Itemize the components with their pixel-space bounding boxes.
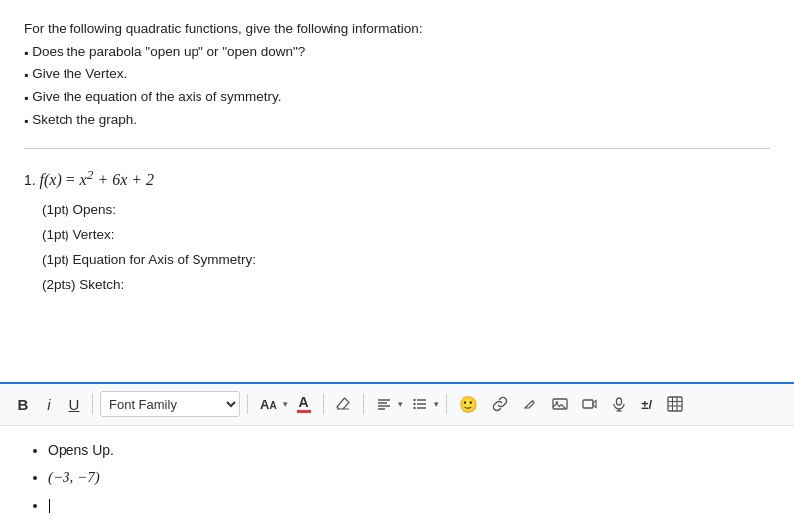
instruction-item-2: ▪ Give the Vertex.	[24, 64, 770, 86]
emoji-button[interactable]: 🙂	[454, 390, 483, 418]
svg-point-5	[413, 403, 415, 405]
toolbar-separator-3	[323, 394, 324, 414]
image-icon	[552, 396, 568, 412]
sub-question-1: (1pt) Opens:	[24, 202, 770, 217]
instructions-intro: For the following quadratic functions, g…	[24, 18, 770, 41]
table-button[interactable]	[662, 390, 688, 418]
bullet-char: ▪	[24, 88, 28, 108]
toolbar-separator-5	[446, 394, 447, 414]
list-group: ▾	[407, 390, 439, 418]
problem-1: 1. f(x) = x2 + 6x + 2	[24, 167, 770, 189]
page-container: For the following quadratic functions, g…	[0, 0, 794, 532]
video-button[interactable]	[577, 390, 602, 418]
toolbar-separator-4	[363, 394, 364, 414]
svg-rect-13	[616, 398, 621, 405]
table-icon	[667, 396, 683, 412]
editor-toolbar: B i U Font Family Arial Times New Roman …	[0, 382, 794, 426]
color-bar	[297, 410, 311, 413]
link-icon	[492, 396, 508, 412]
mic-icon	[611, 396, 627, 412]
svg-rect-16	[668, 397, 682, 411]
bullet-char: ▪	[24, 66, 28, 85]
list-button[interactable]	[407, 390, 433, 418]
eraser-button[interactable]	[331, 390, 356, 418]
instruction-item-1: ▪ Does the parabola "open up" or "open d…	[24, 41, 770, 64]
svg-rect-12	[583, 400, 593, 408]
font-size-button[interactable]: AA	[255, 390, 282, 418]
instruction-item-3: ▪ Give the equation of the axis of symme…	[24, 86, 770, 109]
underline-button[interactable]: U	[64, 390, 85, 418]
eraser-icon	[335, 396, 351, 412]
bullet-char: ▪	[24, 111, 28, 131]
sub-question-3: (1pt) Equation for Axis of Symmetry:	[24, 252, 770, 267]
align-icon	[376, 396, 392, 412]
video-icon	[582, 396, 597, 412]
font-size-group: AA ▾	[255, 390, 288, 418]
section-divider	[24, 148, 770, 149]
problem-function: f(x) = x2 + 6x + 2	[40, 171, 155, 188]
svg-point-4	[413, 399, 415, 401]
list-icon	[412, 396, 428, 412]
instructions: For the following quadratic functions, g…	[24, 18, 770, 132]
link-button[interactable]	[487, 390, 513, 418]
answer-list: Opens Up. (−3, −7)	[20, 438, 774, 518]
question-area: For the following quadratic functions, g…	[0, 0, 794, 382]
sub-question-2: (1pt) Vertex:	[24, 227, 770, 242]
highlight-button[interactable]	[517, 390, 543, 418]
italic-button[interactable]: i	[38, 390, 60, 418]
instruction-item-4: ▪ Sketch the graph.	[24, 109, 770, 132]
editor-content[interactable]: Opens Up. (−3, −7)	[0, 426, 794, 532]
align-button[interactable]	[371, 390, 397, 418]
text-cursor	[49, 499, 50, 513]
align-dropdown-arrow: ▾	[398, 399, 403, 409]
list-item-3	[48, 493, 774, 518]
font-size-dropdown-arrow: ▾	[283, 399, 288, 409]
list-item-2: (−3, −7)	[48, 465, 774, 491]
sub-question-4: (2pts) Sketch:	[24, 277, 770, 292]
image-button[interactable]	[547, 390, 573, 418]
mic-button[interactable]	[606, 390, 632, 418]
bullet-char: ▪	[24, 43, 28, 63]
problem-number-label: 1.	[24, 172, 40, 188]
highlight-icon	[522, 396, 538, 412]
bold-button[interactable]: B	[12, 390, 34, 418]
list-item-1: Opens Up.	[48, 438, 774, 463]
svg-point-6	[413, 407, 415, 409]
toolbar-separator-2	[247, 394, 248, 414]
align-group: ▾	[371, 390, 403, 418]
font-color-button[interactable]: A	[292, 390, 316, 418]
list-dropdown-arrow: ▾	[434, 399, 439, 409]
font-family-select[interactable]: Font Family Arial Times New Roman Courie…	[100, 391, 240, 417]
equation-button[interactable]: ±/	[636, 390, 658, 418]
toolbar-separator-1	[92, 394, 93, 414]
